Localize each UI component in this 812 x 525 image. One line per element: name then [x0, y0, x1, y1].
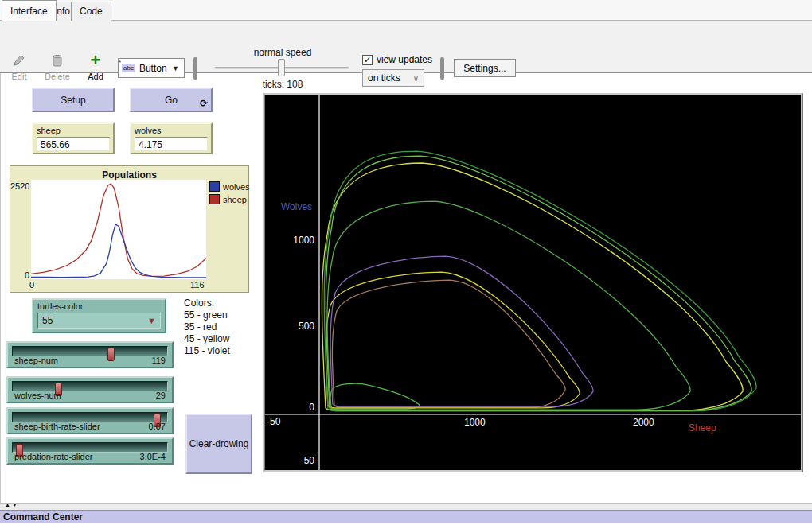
slider-value: 29: [156, 391, 166, 400]
window-edge: [0, 73, 1, 503]
slider-value: 119: [151, 356, 166, 365]
slider-value: 3.0E-4: [140, 452, 166, 461]
y-max-label: 2520: [10, 181, 29, 191]
colors-note: Colors: 55 - green 35 - red 45 - yellow …: [184, 298, 230, 357]
setup-button[interactable]: Setup: [32, 88, 115, 112]
view-updates-label: view updates: [377, 54, 432, 65]
command-center-divider[interactable]: [0, 503, 812, 510]
toolbar-separator: [193, 57, 197, 80]
orbit-green-outer-a: [324, 151, 756, 411]
world-view[interactable]: Wolves 1000 500 0 -50 -50 1000 2000 Shee…: [263, 93, 803, 472]
y-axis-title: Wolves: [281, 201, 312, 212]
slider-value: 0.07: [149, 422, 166, 431]
chooser-value: 55: [42, 315, 53, 326]
sheep-num-slider[interactable]: sheep-num119: [6, 341, 174, 368]
y-tick-500: 500: [287, 321, 314, 332]
ticks-counter: ticks: 108: [239, 79, 326, 90]
note-line: 45 - yellow: [184, 333, 230, 345]
slider-label: sheep-num: [14, 356, 58, 365]
view-updates-checkbox[interactable]: ✓: [362, 55, 373, 65]
update-mode-value: on ticks: [368, 72, 400, 84]
plot-title: Populations: [10, 169, 248, 181]
speed-slider-thumb[interactable]: [278, 59, 285, 76]
x-axis-title: Sheep: [689, 422, 716, 434]
clear-drawing-button[interactable]: Clear-drowing: [185, 414, 252, 474]
update-mode-dropdown[interactable]: on ticks ∨: [362, 69, 424, 87]
orbit-green-mid-55: [327, 201, 690, 410]
orbit-brown-35: [332, 280, 565, 407]
chooser-arrow-icon: ▼: [147, 316, 156, 325]
netlogo-window: { "tabs": { "interface": "Interface", "i…: [0, 0, 812, 525]
tab-code[interactable]: Code: [71, 2, 111, 21]
widget-type-value: Button: [139, 63, 167, 74]
chooser-field[interactable]: 55 ▼: [37, 313, 161, 329]
note-line: 35 - red: [184, 321, 230, 333]
orbit-green-outer-b: [326, 156, 751, 410]
monitor-label: wolves: [135, 126, 208, 135]
trash-icon: [40, 51, 75, 70]
predation-rate-slider[interactable]: predation-rate-slider3.0E-4: [6, 438, 174, 465]
monitor-value: 4.175: [135, 137, 208, 151]
sheep-birth-rate-slider[interactable]: sheep-birth-rate-slider0.07: [6, 407, 174, 434]
note-line: 115 - violet: [184, 345, 230, 357]
y-min-label: 0: [10, 270, 29, 280]
settings-button[interactable]: Settings...: [454, 59, 516, 77]
chooser-label: turtles-color: [37, 301, 161, 311]
y-tick-neg50: -50: [287, 455, 314, 466]
go-button[interactable]: Go ⟳: [130, 88, 213, 112]
orbit-green-small-loop: [330, 383, 420, 409]
orbit-violet-115: [330, 256, 593, 406]
x-tick-1000: 1000: [464, 417, 486, 428]
legend-swatch-wolves: [209, 181, 220, 192]
x-max-label: 116: [190, 280, 205, 290]
command-center-header[interactable]: Command Center: [0, 510, 812, 523]
slider-label: predation-rate-slider: [14, 452, 92, 461]
x-tick-neg50: -50: [267, 416, 280, 427]
series-sheep: [31, 184, 206, 276]
chevron-down-icon: ∨: [413, 74, 419, 83]
tab-bar: Interface Info Code: [0, 0, 812, 21]
button-widget-icon: *abc: [122, 64, 135, 72]
tab-interface[interactable]: Interface: [2, 0, 57, 21]
x-tick-2000: 2000: [633, 417, 654, 428]
delete-button[interactable]: Delete: [40, 51, 75, 81]
forever-icon: ⟳: [200, 98, 208, 109]
dropdown-arrow-icon: ▼: [172, 64, 179, 72]
turtles-color-chooser[interactable]: turtles-color 55 ▼: [32, 298, 166, 333]
wolves-num-slider[interactable]: wolves-num29: [6, 376, 174, 403]
wolves-monitor: wolves 4.175: [130, 122, 213, 154]
slider-label: wolves-num: [14, 391, 61, 400]
slider-label: sheep-birth-rate-slider: [14, 422, 100, 431]
plot-canvas: [31, 180, 206, 279]
note-title: Colors:: [184, 298, 230, 309]
note-line: 55 - green: [184, 309, 230, 321]
widget-type-dropdown[interactable]: *abc Button ▼: [118, 58, 185, 78]
toolbar-separator-2: [440, 57, 444, 80]
x-min-label: 0: [29, 280, 34, 290]
monitor-label: sheep: [37, 126, 110, 135]
legend-label-wolves: wolves: [223, 182, 250, 192]
y-tick-1000: 1000: [287, 235, 314, 246]
legend-label-sheep: sheep: [223, 195, 247, 204]
y-tick-0: 0: [287, 402, 314, 413]
sheep-monitor: sheep 565.66: [32, 122, 115, 154]
panel-resize-arrows-icon[interactable]: ▲▼: [5, 502, 19, 508]
populations-plot: Populations 2520 0 0 116 wolves sheep: [10, 165, 249, 293]
pencil-icon: [2, 51, 37, 70]
legend-swatch-sheep: [209, 194, 220, 204]
toolbar: Edit Delete + Add *abc Button ▼ normal s…: [0, 21, 812, 73]
edit-button[interactable]: Edit: [2, 51, 37, 81]
speed-slider-label: normal speed: [239, 47, 326, 58]
add-button[interactable]: + Add: [78, 51, 113, 81]
monitor-value: 565.66: [37, 137, 110, 151]
plus-icon: +: [78, 51, 113, 70]
